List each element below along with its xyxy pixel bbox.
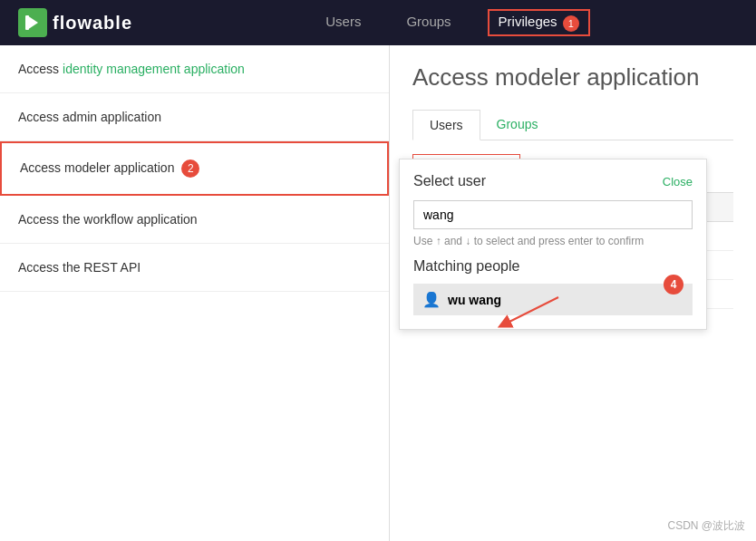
page-title: Access modeler application <box>412 63 733 92</box>
popup-close-button[interactable]: Close <box>663 175 693 188</box>
header: flowable Users Groups Privileges 1 <box>0 0 756 45</box>
popup-header: Select user Close <box>413 173 693 189</box>
nav-privileges-badge: 1 <box>563 15 579 32</box>
matching-item[interactable]: 👤 wu wang 4 <box>413 284 693 315</box>
svg-line-2 <box>504 297 558 324</box>
tab-users[interactable]: Users <box>412 110 480 140</box>
arrow-annotation <box>486 293 567 347</box>
user-search-input[interactable] <box>413 200 693 229</box>
logo-area: flowable <box>18 8 132 37</box>
user-icon: 👤 <box>422 291 441 308</box>
sidebar-item-workflow[interactable]: Access the workflow application <box>0 196 389 244</box>
logo-icon <box>18 8 47 37</box>
sidebar-item-rest[interactable]: Access the REST API <box>0 244 389 292</box>
sidebar-item-modeler[interactable]: Access modeler application 2 <box>0 141 389 196</box>
matching-title: Matching people <box>413 258 693 275</box>
nav-users[interactable]: Users <box>316 9 370 35</box>
tabs: Users Groups <box>412 110 733 140</box>
popup-title: Select user <box>413 173 486 189</box>
sidebar-item-identity[interactable]: Access identity management application <box>0 45 389 93</box>
logo-text: flowable <box>53 13 132 34</box>
sidebar-item-admin[interactable]: Access admin application <box>0 93 389 141</box>
step-4-badge: 4 <box>664 275 683 295</box>
sidebar-link-identity: identity management application <box>63 62 245 76</box>
sidebar: Access identity management application A… <box>0 45 390 541</box>
tab-groups[interactable]: Groups <box>480 110 555 140</box>
popup-hint: Use ↑ and ↓ to select and press enter to… <box>413 235 693 247</box>
select-user-popup: Select user Close Use ↑ and ↓ to select … <box>399 159 707 330</box>
svg-rect-1 <box>25 15 29 30</box>
nav-items: Users Groups Privileges 1 <box>169 9 738 35</box>
watermark: CSDN @波比波 <box>667 518 745 534</box>
nav-privileges[interactable]: Privileges 1 <box>488 9 590 35</box>
content-area: Access modeler application Users Groups … <box>390 45 756 541</box>
nav-groups[interactable]: Groups <box>397 9 460 35</box>
main-container: Access identity management application A… <box>0 45 756 541</box>
sidebar-item-modeler-badge: 2 <box>181 159 199 178</box>
